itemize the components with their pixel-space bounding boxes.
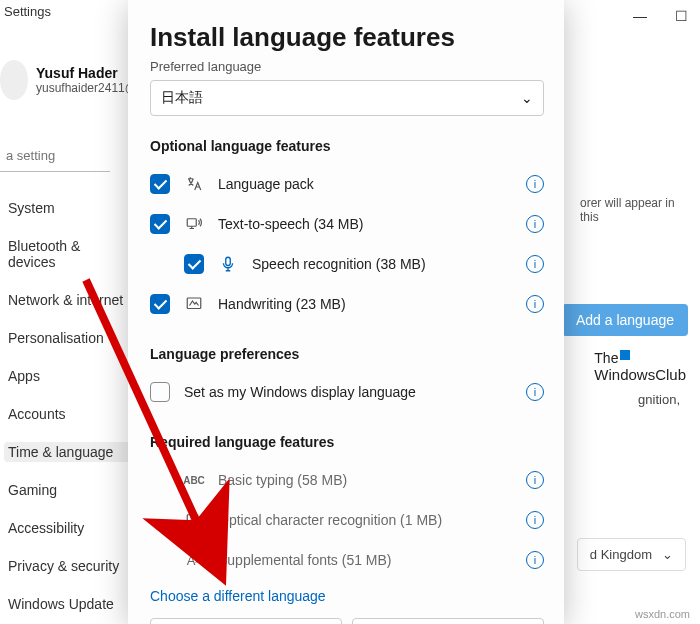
req-ocr: Optical character recognition (1 MB) i bbox=[150, 500, 544, 540]
pref-language-label: Preferred language bbox=[150, 59, 544, 74]
checkbox-handwriting[interactable] bbox=[150, 294, 170, 314]
info-icon[interactable]: i bbox=[526, 511, 544, 529]
abc-icon: ABC bbox=[184, 470, 204, 490]
pref-language-select[interactable]: 日本語 ⌄ bbox=[150, 80, 544, 116]
nav-system[interactable]: System bbox=[8, 200, 128, 216]
cancel-button[interactable]: Cancel bbox=[352, 618, 544, 624]
chevron-down-icon: ⌄ bbox=[662, 547, 673, 562]
user-email: yusufhaider2411@ bbox=[36, 81, 137, 95]
req-fonts: AA Supplemental fonts (51 MB) i bbox=[150, 540, 544, 580]
opt-label: Speech recognition (38 MB) bbox=[252, 256, 512, 272]
window-title: Settings bbox=[4, 4, 51, 19]
checkbox-display-language[interactable] bbox=[150, 382, 170, 402]
side-nav: System Bluetooth & devices Network & int… bbox=[8, 200, 128, 612]
windowsclub-logo: The WindowsClub bbox=[594, 350, 686, 383]
info-icon[interactable]: i bbox=[526, 551, 544, 569]
dialog-title: Install language features bbox=[150, 22, 544, 53]
watermark: wsxdn.com bbox=[635, 608, 690, 620]
info-icon[interactable]: i bbox=[526, 255, 544, 273]
opt-language-pack: Language pack i bbox=[150, 164, 544, 204]
info-icon[interactable]: i bbox=[526, 383, 544, 401]
svg-rect-0 bbox=[187, 219, 196, 227]
microphone-icon bbox=[218, 254, 238, 274]
req-label: Supplemental fonts (51 MB) bbox=[218, 552, 512, 568]
info-icon[interactable]: i bbox=[526, 471, 544, 489]
info-icon[interactable]: i bbox=[526, 295, 544, 313]
minimize-icon[interactable]: ― bbox=[633, 8, 647, 24]
install-button[interactable]: Install bbox=[150, 618, 342, 624]
checkbox-tts[interactable] bbox=[150, 214, 170, 234]
info-icon[interactable]: i bbox=[526, 215, 544, 233]
font-icon: AA bbox=[184, 550, 204, 570]
prefs-header: Language preferences bbox=[150, 346, 544, 362]
nav-time-language[interactable]: Time & language bbox=[4, 442, 132, 462]
checkbox-language-pack[interactable] bbox=[150, 174, 170, 194]
nav-privacy[interactable]: Privacy & security bbox=[8, 558, 128, 574]
country-select[interactable]: d Kingdom ⌄ bbox=[577, 538, 686, 571]
maximize-icon[interactable]: ☐ bbox=[675, 8, 688, 24]
opt-tts: Text-to-speech (34 MB) i bbox=[150, 204, 544, 244]
optional-header: Optional language features bbox=[150, 138, 544, 154]
nav-windows-update[interactable]: Windows Update bbox=[8, 596, 128, 612]
nav-network[interactable]: Network & internet bbox=[8, 292, 128, 308]
nav-accounts[interactable]: Accounts bbox=[8, 406, 128, 422]
nav-apps[interactable]: Apps bbox=[8, 368, 128, 384]
tts-icon bbox=[184, 214, 204, 234]
ocr-icon bbox=[184, 510, 204, 530]
checkbox-speech[interactable] bbox=[184, 254, 204, 274]
choose-different-language-link[interactable]: Choose a different language bbox=[150, 588, 544, 604]
chevron-down-icon: ⌄ bbox=[521, 90, 533, 106]
nav-personalisation[interactable]: Personalisation bbox=[8, 330, 128, 346]
search-input[interactable] bbox=[0, 140, 110, 172]
nav-accessibility[interactable]: Accessibility bbox=[8, 520, 128, 536]
req-basic-typing: ABC Basic typing (58 MB) i bbox=[150, 460, 544, 500]
handwriting-icon bbox=[184, 294, 204, 314]
svg-rect-1 bbox=[226, 257, 231, 265]
user-name: Yusuf Hader bbox=[36, 65, 137, 81]
window-controls: ― ☐ bbox=[633, 8, 688, 24]
req-header: Required language features bbox=[150, 434, 544, 450]
opt-label: Language pack bbox=[218, 176, 512, 192]
opt-handwriting: Handwriting (23 MB) i bbox=[150, 284, 544, 324]
language-pack-icon bbox=[184, 174, 204, 194]
info-icon[interactable]: i bbox=[526, 175, 544, 193]
nav-gaming[interactable]: Gaming bbox=[8, 482, 128, 498]
req-label: Basic typing (58 MB) bbox=[218, 472, 512, 488]
opt-label: Text-to-speech (34 MB) bbox=[218, 216, 512, 232]
avatar bbox=[0, 60, 28, 100]
user-block: Yusuf Hader yusufhaider2411@ bbox=[0, 60, 137, 100]
add-language-button[interactable]: Add a language bbox=[562, 304, 688, 336]
pref-display-language: Set as my Windows display language i bbox=[150, 372, 544, 412]
square-icon bbox=[620, 350, 630, 360]
opt-speech-recognition: Speech recognition (38 MB) i bbox=[150, 244, 544, 284]
pref-label: Set as my Windows display language bbox=[184, 384, 512, 400]
install-language-dialog: Install language features Preferred lang… bbox=[128, 0, 564, 624]
bg-hint: orer will appear in this bbox=[580, 196, 690, 224]
opt-label: Handwriting (23 MB) bbox=[218, 296, 512, 312]
req-label: Optical character recognition (1 MB) bbox=[218, 512, 512, 528]
bg-text: gnition, bbox=[638, 392, 680, 407]
nav-bluetooth[interactable]: Bluetooth & devices bbox=[8, 238, 128, 270]
